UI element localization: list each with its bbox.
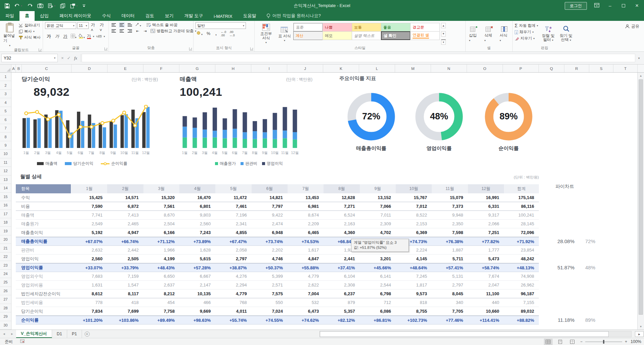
copy-sheet-icon[interactable] xyxy=(60,3,66,8)
row-header-7[interactable]: 7 xyxy=(0,124,11,132)
percent-style-icon[interactable]: % xyxy=(206,31,211,36)
zoom-thumb[interactable] xyxy=(603,340,604,344)
column-header-F[interactable]: F xyxy=(143,65,179,72)
underline-icon[interactable]: 가 xyxy=(62,34,69,39)
table-row-법인세차감전순이익[interactable]: 법인세차감전순이익8,6128,1178,21210,1354,7797,575… xyxy=(16,290,539,298)
sheet-nav-left-icon[interactable]: ◄ xyxy=(0,330,8,338)
zoom-out-icon[interactable]: − xyxy=(580,339,583,344)
column-header-A[interactable]: A xyxy=(11,65,16,72)
enter-icon[interactable]: ✓ xyxy=(67,55,71,61)
column-header-D[interactable]: D xyxy=(72,65,108,72)
table-row-당기순이익[interactable]: 당기순이익7,8347,6997,7589,6694,0117,0246,473… xyxy=(16,307,539,316)
align-top-icon[interactable] xyxy=(111,22,117,28)
autosum-button[interactable]: Σ자동 합계▾ xyxy=(515,23,538,28)
vertical-scrollbar[interactable]: ▲ ▼ xyxy=(637,73,644,330)
phonetic-icon[interactable]: 내천 xyxy=(96,34,102,39)
number-dialog-launcher-icon[interactable] xyxy=(250,47,253,50)
format-cells-button[interactable]: 서식 ▾ xyxy=(498,22,510,45)
table-row-매출총이익률[interactable]: 매출총이익률+67.07%+66.74%+71.12%+73.89%+67.47… xyxy=(16,237,539,246)
column-header-E[interactable]: E xyxy=(108,65,143,72)
cell-style-경고문[interactable]: 경고문 xyxy=(410,23,440,32)
monthly-detail-table[interactable]: 항목1월2월3월4월5월6월7월8월9월10월11월12월합계수익15,4251… xyxy=(16,184,539,324)
row-header-15[interactable]: 15 xyxy=(0,193,11,201)
ribbon-tab-수식[interactable]: 수식 xyxy=(97,11,116,21)
sheet-tab-V_손익계산서[interactable]: V_손익계산서 xyxy=(16,330,52,338)
cell-style-계산[interactable]: 계산 xyxy=(293,31,323,40)
ribbon-tab-데이터[interactable]: 데이터 xyxy=(116,11,140,21)
minimize-button[interactable]: – xyxy=(606,3,614,8)
column-header-I[interactable]: I xyxy=(251,65,287,72)
delete-cells-button[interactable]: 삭제 ▾ xyxy=(483,22,495,45)
column-header-S[interactable]: S xyxy=(589,65,613,72)
table-row-매출총이익[interactable]: 매출총이익5,1924,9476,1667,2434,8556,9486,465… xyxy=(16,228,539,237)
accounting-format-icon[interactable]: ▾ xyxy=(196,31,203,36)
align-bottom-icon[interactable] xyxy=(127,22,133,28)
align-right-icon[interactable] xyxy=(127,28,133,34)
row-header-18[interactable]: 18 xyxy=(0,218,11,227)
name-box[interactable]: Y32▾ xyxy=(1,54,58,62)
row-header-14[interactable]: 14 xyxy=(0,184,11,192)
column-header-L[interactable]: L xyxy=(359,65,395,72)
italic-icon[interactable]: 가 xyxy=(54,34,60,39)
table-row-비용[interactable]: 비용7,5906,8727,5616,8017,4617,7976,9817,2… xyxy=(16,202,539,211)
cell-style-표준[interactable]: 표준 xyxy=(293,23,323,32)
row-header-24[interactable]: 24 xyxy=(0,270,11,278)
sheet-tab-P1[interactable]: P1 xyxy=(67,330,82,338)
table-row-영업외수익[interactable]: 영업외수익7,6837,1596,6506,6674,2765,3994,779… xyxy=(16,272,539,281)
table-row-매출원가[interactable]: 매출원가2,5492,4652,5042,5602,3412,4742,2092… xyxy=(16,220,539,228)
table-row-판관비[interactable]: 판관비2,6322,4421,9661,6282,0582,2021,6171,… xyxy=(16,246,539,255)
fill-color-icon[interactable]: ▾ xyxy=(79,34,85,39)
column-header-B[interactable]: B xyxy=(16,65,22,72)
row-header-27[interactable]: 27 xyxy=(0,295,11,304)
comma-style-icon[interactable]: , xyxy=(214,31,217,36)
fill-button[interactable]: ↓채우기▾ xyxy=(515,30,538,35)
column-header-H[interactable]: H xyxy=(215,65,251,72)
zoom-level[interactable]: 100% xyxy=(631,339,641,344)
column-header-T[interactable]: T xyxy=(613,65,638,72)
cell-style-셀 확인[interactable]: 셀 확인 xyxy=(381,31,411,40)
row-header-2[interactable]: 2 xyxy=(0,81,11,89)
insert-function-icon[interactable]: fx xyxy=(74,55,77,61)
column-header-N[interactable]: N xyxy=(431,65,467,72)
find-select-button[interactable]: 찾기 및선택 ▾ xyxy=(558,22,574,45)
page-break-view-icon[interactable] xyxy=(568,339,577,345)
horizontal-scrollbar[interactable]: ► xyxy=(319,331,632,337)
row-header-13[interactable]: 13 xyxy=(0,176,11,184)
format-painter-button[interactable]: 서식 복사 xyxy=(19,35,41,40)
net-income-chart[interactable]: 1월2월3월4월5월6월7월8월9월10월11월12월 xyxy=(20,105,178,156)
font-name-combo[interactable]: 맑은 고딕▾ xyxy=(45,22,76,29)
column-header-Q[interactable]: Q xyxy=(539,65,564,72)
clear-button[interactable]: 지우기▾ xyxy=(515,36,538,41)
vertical-scroll-thumb[interactable] xyxy=(639,79,643,315)
cell-style-연결된 셀[interactable]: 연결된 셀 xyxy=(410,31,440,40)
column-header-J[interactable]: J xyxy=(287,65,323,72)
scroll-down-icon[interactable]: ▼ xyxy=(638,323,644,330)
font-size-combo[interactable]: 11▾ xyxy=(77,22,89,29)
wrap-text-button[interactable]: 텍스트 줄 바꿈 xyxy=(146,23,177,28)
row-header-25[interactable]: 25 xyxy=(0,278,11,286)
alignment-dialog-launcher-icon[interactable] xyxy=(189,47,192,50)
table-row-순이익률[interactable]: 순이익률+101.20%+103.86%+89.49%+98.63%+55.74… xyxy=(16,316,539,324)
tell-me-box[interactable]: 어떤 작업을 원하시나요? xyxy=(262,11,326,21)
normal-view-icon[interactable] xyxy=(544,339,553,345)
kpi-donut-매출총이익률[interactable]: 72% xyxy=(347,92,395,141)
ribbon-tab-도움말[interactable]: 도움말 xyxy=(238,11,262,21)
row-header-1[interactable]: 1 xyxy=(0,73,11,81)
cell-style-나쁨[interactable]: 나쁨 xyxy=(323,23,352,32)
row-header-10[interactable]: 10 xyxy=(0,150,11,158)
number-format-combo[interactable]: 일반▾ xyxy=(196,22,246,29)
paste-values-icon[interactable]: ▾ xyxy=(48,3,55,8)
column-header-K[interactable]: K xyxy=(323,65,359,72)
row-header-26[interactable]: 26 xyxy=(0,287,11,295)
format-as-table-button[interactable]: 표 서식▾ xyxy=(277,22,292,45)
merge-center-button[interactable]: 병합하고 가운데 맞춤▾ xyxy=(151,29,196,34)
ribbon-tab-검토[interactable]: 검토 xyxy=(140,11,160,21)
row-header-21[interactable]: 21 xyxy=(0,244,11,252)
row-header-4[interactable]: 4 xyxy=(0,98,11,107)
new-sheet-button[interactable]: + xyxy=(82,330,92,338)
share-button[interactable]: 공유 xyxy=(625,24,639,29)
column-header-R[interactable]: R xyxy=(564,65,589,72)
row-header-19[interactable]: 19 xyxy=(0,227,11,235)
grow-font-icon[interactable]: 가˄ xyxy=(90,22,97,33)
ribbon-display-options-icon[interactable] xyxy=(593,3,600,8)
